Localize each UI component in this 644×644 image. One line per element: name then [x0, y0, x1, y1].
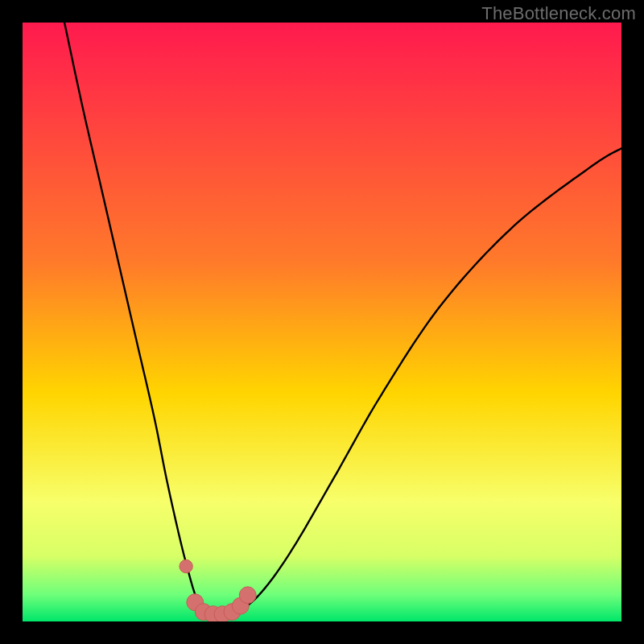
curve-marker [239, 587, 256, 604]
outer-frame: TheBottleneck.com [0, 0, 644, 644]
plot-area [23, 23, 621, 621]
watermark-text: TheBottleneck.com [481, 3, 636, 24]
gradient-background [23, 23, 621, 621]
curve-marker [180, 559, 192, 572]
bottleneck-chart [23, 23, 621, 621]
